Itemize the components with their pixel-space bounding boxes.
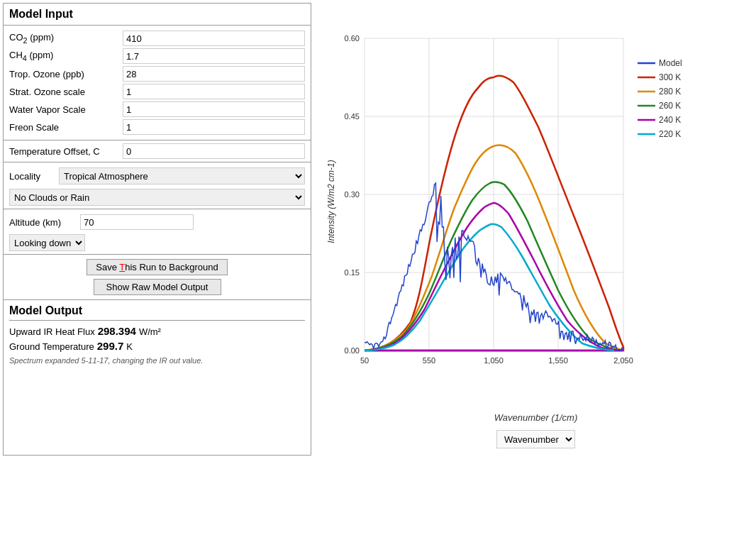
strat-ozone-input[interactable] (123, 84, 305, 99)
temp-offset-section: Temperature Offset, C (4, 140, 311, 162)
raw-output-button[interactable]: Show Raw Model Output (94, 279, 221, 295)
upward-ir-value: 298.394 (98, 325, 136, 337)
intensity-chart: Intensity (W/m2 cm-1) 0.60 0.45 0.30 0.1… (326, 10, 737, 407)
svg-text:300 K: 300 K (659, 72, 681, 82)
model-output-section: Model Output Upward IR Heat Flux 298.394… (4, 300, 311, 369)
chart-controls: WavenumberWavelength (496, 430, 575, 448)
model-input-header: Model Input (4, 4, 311, 26)
water-vapor-input-label: Water Vapor Scale (9, 104, 123, 115)
svg-text:2,050: 2,050 (613, 356, 633, 365)
temp-offset-input[interactable] (123, 143, 305, 159)
ground-temp-value: 299.7 (97, 340, 124, 352)
save-run-button[interactable]: Save This Run to Background (87, 259, 228, 275)
ground-temp-label: Ground Temperature (9, 341, 94, 352)
ch4-input[interactable] (123, 48, 305, 64)
svg-text:280 K: 280 K (659, 87, 681, 96)
water-vapor-input[interactable] (123, 101, 305, 117)
altitude-input[interactable] (80, 214, 194, 230)
looking-direction-select[interactable]: Looking downLooking up (9, 234, 85, 251)
right-panel: Intensity (W/m2 cm-1) 0.60 0.45 0.30 0.1… (311, 3, 753, 456)
upward-ir-label: Upward IR Heat Flux (9, 326, 95, 337)
locality-label: Locality (9, 171, 59, 182)
freon-input[interactable] (123, 119, 305, 135)
svg-text:550: 550 (423, 356, 435, 365)
strat-ozone-input-row: Strat. Ozone scale (9, 84, 305, 99)
freon-input-label: Freon Scale (9, 122, 123, 133)
clouds-select[interactable]: No Clouds or RainCumulus CloudsStratus C… (9, 189, 305, 206)
altitude-label: Altitude (km) (9, 217, 80, 228)
upward-ir-row: Upward IR Heat Flux 298.394 W/m² (9, 325, 305, 337)
ground-temp-row: Ground Temperature 299.7 K (9, 340, 305, 352)
gas-inputs-section: CO2 (ppm)CH4 (ppm)Trop. Ozone (ppb)Strat… (4, 26, 311, 140)
trop-ozone-input-label: Trop. Ozone (ppb) (9, 69, 123, 79)
svg-text:1,550: 1,550 (548, 356, 568, 365)
upward-ir-unit: W/m² (139, 326, 161, 337)
co2-input[interactable] (123, 31, 305, 46)
svg-text:260 K: 260 K (659, 101, 681, 111)
water-vapor-input-row: Water Vapor Scale (9, 101, 305, 117)
wavenumber-select[interactable]: WavenumberWavelength (496, 430, 575, 448)
co2-input-row: CO2 (ppm) (9, 31, 305, 46)
co2-input-label: CO2 (ppm) (9, 32, 123, 45)
svg-text:0.30: 0.30 (345, 190, 360, 199)
freon-input-row: Freon Scale (9, 119, 305, 135)
svg-text:240 K: 240 K (659, 115, 681, 125)
svg-text:0.15: 0.15 (345, 268, 360, 277)
svg-text:Intensity (W/m2 cm-1): Intensity (W/m2 cm-1) (326, 160, 336, 243)
temp-offset-label: Temperature Offset, C (9, 146, 123, 157)
ground-temp-unit: K (126, 341, 133, 352)
svg-text:1,050: 1,050 (484, 356, 504, 365)
svg-text:0.45: 0.45 (345, 112, 360, 121)
trop-ozone-input[interactable] (123, 66, 305, 82)
model-output-header: Model Output (9, 304, 305, 321)
strat-ozone-input-label: Strat. Ozone scale (9, 87, 123, 97)
svg-text:0.60: 0.60 (345, 34, 360, 43)
altitude-section: Altitude (km) Looking downLooking up (4, 209, 311, 255)
locality-section: Locality Tropical AtmosphereMid-Latitude… (4, 162, 311, 209)
x-axis-label: Wavenumber (1/cm) (494, 412, 578, 423)
trop-ozone-input-row: Trop. Ozone (ppb) (9, 66, 305, 82)
ch4-input-label: CH4 (ppm) (9, 50, 123, 62)
left-panel: Model Input CO2 (ppm)CH4 (ppm)Trop. Ozon… (3, 3, 311, 456)
chart-container: Intensity (W/m2 cm-1) 0.60 0.45 0.30 0.1… (326, 10, 746, 409)
locality-select[interactable]: Tropical AtmosphereMid-Latitude SummerMi… (59, 167, 305, 184)
svg-text:50: 50 (360, 356, 369, 365)
svg-text:Model: Model (659, 58, 682, 68)
svg-text:220 K: 220 K (659, 129, 681, 139)
ch4-input-row: CH4 (ppm) (9, 48, 305, 64)
buttons-section: Save This Run to Background Show Raw Mod… (4, 255, 311, 300)
spectrum-note: Spectrum expanded 5-11-17, changing the … (9, 356, 305, 365)
svg-text:0.00: 0.00 (345, 346, 360, 355)
